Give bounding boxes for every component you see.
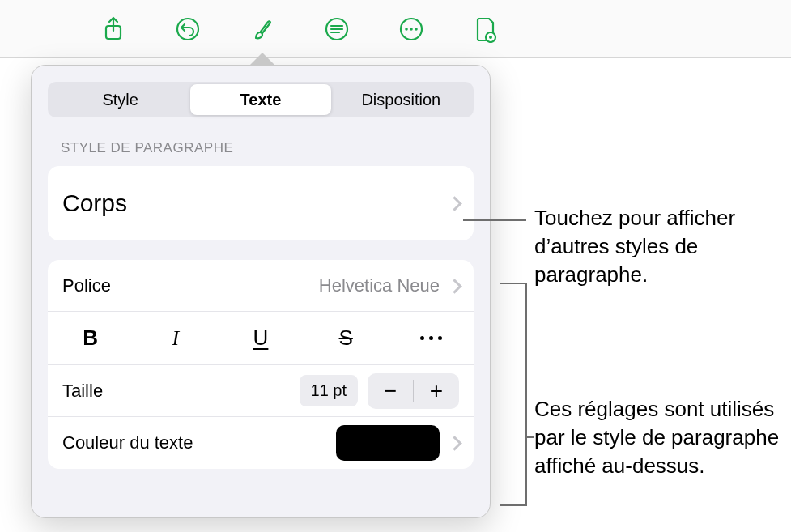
callout-paragraph-styles: Touchez pour afficher d’autres styles de… xyxy=(534,204,791,289)
chevron-right-icon xyxy=(449,278,459,294)
tab-style[interactable]: Style xyxy=(50,84,190,115)
italic-button[interactable]: I xyxy=(133,312,218,364)
size-controls: 11 pt − + xyxy=(300,373,459,409)
svg-point-7 xyxy=(405,28,408,31)
svg-point-11 xyxy=(489,36,492,39)
top-toolbar xyxy=(0,0,791,58)
svg-point-8 xyxy=(410,28,413,31)
insert-button[interactable] xyxy=(319,11,355,47)
document-options-button[interactable] xyxy=(468,11,504,47)
font-row[interactable]: Police Helvetica Neue xyxy=(48,260,474,312)
tab-text[interactable]: Texte xyxy=(190,84,330,115)
paragraph-style-header: STYLE DE PARAGRAPHE xyxy=(61,140,474,156)
paragraph-style-row[interactable]: Corps xyxy=(48,166,474,240)
paragraph-style-card: Corps xyxy=(48,166,474,240)
underline-button[interactable]: U xyxy=(218,312,303,364)
size-row: Taille 11 pt − + xyxy=(48,365,474,417)
more-text-options-button[interactable] xyxy=(389,312,474,364)
svg-point-9 xyxy=(415,28,418,31)
text-style-row: B I U S xyxy=(48,312,474,365)
popover-arrow xyxy=(251,53,274,65)
svg-point-1 xyxy=(177,19,198,40)
bold-button[interactable]: B xyxy=(48,312,133,364)
dot-icon xyxy=(420,336,424,340)
size-decrease-button[interactable]: − xyxy=(368,373,413,409)
format-button[interactable] xyxy=(245,11,280,47)
chevron-right-icon xyxy=(449,195,459,211)
size-label: Taille xyxy=(62,381,103,402)
text-color-swatch[interactable] xyxy=(336,425,440,461)
format-tabs: Style Texte Disposition xyxy=(48,82,474,117)
text-settings-card: Police Helvetica Neue B I U S Taille 11 … xyxy=(48,260,474,469)
callout-settings: Ces réglages sont utilisés par le style … xyxy=(534,395,791,480)
font-label: Police xyxy=(62,275,111,296)
more-button[interactable] xyxy=(393,11,429,47)
dot-icon xyxy=(438,336,442,340)
size-increase-button[interactable]: + xyxy=(414,373,459,409)
text-color-row[interactable]: Couleur du texte xyxy=(48,417,474,469)
undo-button[interactable] xyxy=(170,11,206,47)
size-value[interactable]: 11 pt xyxy=(300,375,358,406)
tab-layout[interactable]: Disposition xyxy=(331,84,471,115)
font-value: Helvetica Neue xyxy=(319,275,440,296)
size-stepper: − + xyxy=(368,373,459,409)
format-popover: Style Texte Disposition STYLE DE PARAGRA… xyxy=(31,65,491,518)
dot-icon xyxy=(429,336,433,340)
chevron-right-icon xyxy=(449,435,459,451)
text-color-label: Couleur du texte xyxy=(62,432,193,453)
share-button[interactable] xyxy=(96,11,131,47)
strikethrough-button[interactable]: S xyxy=(304,312,389,364)
paragraph-style-name: Corps xyxy=(62,189,127,217)
